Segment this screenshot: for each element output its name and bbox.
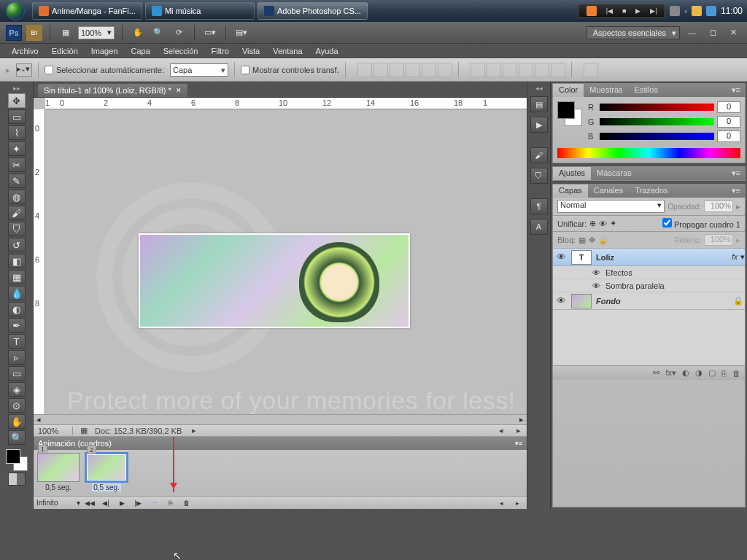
tab-styles[interactable]: Estilos — [629, 84, 664, 97]
taskbar-item-firefox[interactable]: Anime/Manga - FanFi... — [32, 2, 142, 20]
color-spectrum[interactable] — [557, 148, 740, 158]
rotate-view-icon[interactable]: ⟳ — [171, 25, 187, 41]
propagate-checkbox[interactable]: Propagar cuadro 1 — [662, 218, 740, 229]
zoom-tool[interactable]: 🔍 — [8, 430, 26, 445]
status-menu-icon[interactable]: ▸ — [189, 426, 199, 435]
fill-value[interactable]: 100% — [704, 234, 733, 246]
r-value[interactable]: 0 — [717, 101, 740, 113]
media-next-icon[interactable]: ▶| — [650, 7, 657, 15]
align-icon[interactable] — [422, 63, 436, 77]
animation-panel-header[interactable]: Animación (cuadros) ▾≡ — [34, 437, 527, 450]
distribute-icon[interactable] — [519, 63, 533, 77]
panel-menu-icon[interactable]: ▾≡ — [727, 184, 745, 198]
fg-color[interactable] — [6, 449, 20, 464]
brush-tool[interactable]: 🖌 — [8, 206, 26, 220]
layer-effect-item[interactable]: 👁Sombra paralela — [553, 279, 745, 292]
stamp-tool[interactable]: ⛉ — [8, 222, 26, 236]
blend-mode-select[interactable]: Normal — [557, 200, 665, 213]
blur-tool[interactable]: 💧 — [8, 286, 26, 300]
taskbar-item-photoshop[interactable]: Adobe Photoshop CS... — [258, 2, 368, 20]
move-tool[interactable]: ✥ — [8, 93, 26, 108]
color-swatches[interactable] — [557, 101, 582, 126]
visibility-icon[interactable]: 👁 — [553, 295, 569, 306]
tab-adjustments[interactable]: Ajustes — [553, 167, 591, 180]
visibility-icon[interactable]: 👁 — [553, 252, 569, 262]
eyedropper-tool[interactable]: ✎ — [8, 174, 26, 188]
align-icon[interactable] — [374, 63, 388, 77]
ruler-vertical[interactable]: 024 68 — [34, 109, 45, 414]
menu-seleccion[interactable]: Selección — [158, 45, 204, 57]
tray-icon[interactable] — [706, 6, 716, 16]
collapse-effects-icon[interactable]: ▾ — [740, 252, 745, 262]
g-value[interactable]: 0 — [717, 116, 740, 128]
unify-visibility-icon[interactable]: 👁 — [599, 219, 607, 228]
distribute-icon[interactable] — [535, 63, 549, 77]
lock-position-icon[interactable]: ✥ — [589, 236, 595, 245]
eraser-tool[interactable]: ◧ — [8, 254, 26, 268]
start-button[interactable] — [0, 0, 31, 22]
unify-position-icon[interactable]: ⊕ — [589, 219, 596, 228]
layer-style-icon[interactable]: fx▾ — [665, 368, 676, 378]
prev-frame-icon[interactable]: ◀| — [99, 498, 112, 508]
media-play-icon[interactable]: ▶ — [635, 7, 640, 15]
menu-archivo[interactable]: Archivo — [6, 45, 44, 57]
pen-tool[interactable]: ✒ — [8, 318, 26, 332]
distribute-icon[interactable] — [487, 63, 501, 77]
type-tool[interactable]: T — [8, 334, 26, 349]
g-slider[interactable] — [600, 118, 714, 125]
bridge-icon[interactable]: Br — [26, 25, 42, 41]
tab-paths[interactable]: Trazados — [629, 184, 673, 198]
close-icon[interactable]: ✕ — [725, 25, 741, 41]
delete-frame-icon[interactable]: 🗑 — [179, 498, 193, 508]
actions-panel-icon[interactable]: ▶ — [530, 117, 548, 133]
tab-swatches[interactable]: Muestras — [584, 84, 628, 97]
panel-menu-icon[interactable]: ▾≡ — [727, 167, 745, 180]
tab-color[interactable]: Color — [553, 84, 584, 97]
marquee-tool[interactable]: ▭ — [8, 109, 26, 124]
canvas[interactable]: Protect more of your memories for less! — [45, 109, 527, 414]
play-icon[interactable]: ▶ — [115, 498, 128, 508]
layer-name[interactable]: Loliz — [594, 253, 729, 262]
layer-effects-row[interactable]: 👁Efectos — [553, 266, 745, 279]
menu-edicion[interactable]: Edición — [46, 45, 84, 57]
dodge-tool[interactable]: ◐ — [8, 302, 26, 316]
fx-badge[interactable]: fx — [729, 253, 740, 261]
history-panel-icon[interactable]: ▤ — [530, 96, 548, 112]
auto-align-icon[interactable] — [584, 63, 598, 77]
tab-layers[interactable]: Capas — [553, 184, 588, 198]
zoom-tool-icon[interactable]: 🔍 — [150, 25, 166, 41]
hand-tool-icon[interactable]: ✋ — [130, 25, 146, 41]
ruler-horizontal[interactable]: 102 468 101214 16181 — [45, 98, 527, 109]
layer-thumb[interactable] — [571, 294, 592, 308]
frame-delay[interactable]: 0,5 seg. — [45, 483, 71, 491]
layer-row[interactable]: 👁 Fondo 🔒 — [553, 292, 745, 310]
align-icon[interactable] — [390, 63, 404, 77]
extras-icon[interactable]: ▤▾ — [233, 25, 249, 41]
3d-camera-tool[interactable]: ⊙ — [8, 398, 26, 413]
layer-mask-icon[interactable]: ◐ — [682, 368, 689, 378]
next-frame-icon[interactable]: |▶ — [131, 498, 144, 508]
taskbar-clock[interactable]: 11:00 — [721, 6, 743, 16]
menu-vista[interactable]: Vista — [236, 45, 266, 57]
unify-style-icon[interactable]: ✦ — [610, 219, 616, 228]
layer-name[interactable]: Fondo — [594, 297, 732, 306]
hand-tool[interactable]: ✋ — [8, 414, 26, 429]
arrange-icon[interactable]: ▦ — [58, 25, 74, 41]
menu-ventana[interactable]: Ventana — [267, 45, 308, 57]
paragraph-panel-icon[interactable]: ¶ — [530, 198, 548, 214]
status-zoom[interactable]: 100% — [36, 427, 73, 435]
brushes-panel-icon[interactable]: 🖌 — [530, 147, 548, 163]
menu-imagen[interactable]: Imagen — [85, 45, 124, 57]
opacity-value[interactable]: 100% — [704, 201, 733, 212]
tray-icon[interactable] — [692, 6, 702, 16]
quick-mask-toggle[interactable] — [8, 472, 26, 486]
document-tab[interactable]: Sin título-1 al 100% (Loliz, RGB/8) * ✕ — [38, 84, 187, 97]
minimize-icon[interactable]: — — [684, 25, 700, 41]
screen-mode-icon[interactable]: ▭▾ — [202, 25, 218, 41]
shape-tool[interactable]: ▭ — [8, 366, 26, 381]
align-icon[interactable] — [438, 63, 452, 77]
taskbar-item-music[interactable]: Mi música — [145, 2, 255, 20]
loop-selector[interactable]: Infinito — [36, 499, 80, 507]
layer-thumb[interactable]: T — [571, 250, 592, 265]
tab-channels[interactable]: Canales — [588, 184, 629, 198]
